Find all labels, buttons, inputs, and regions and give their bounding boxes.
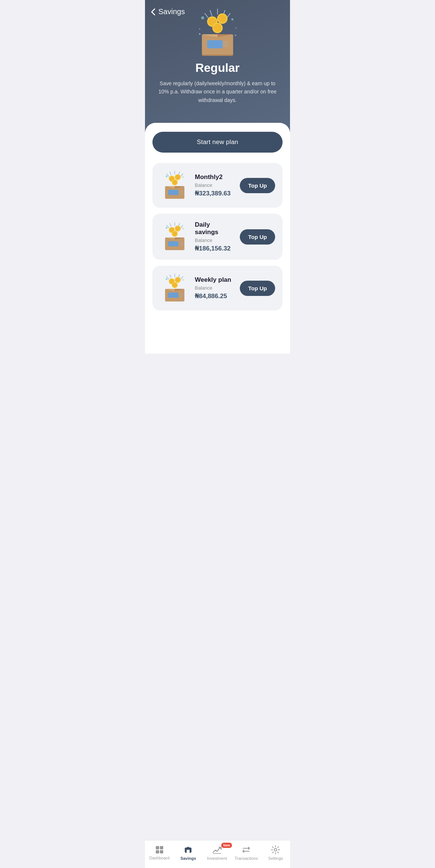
hero-subtitle: Save regularly (daily/weekly/monthly) & … bbox=[158, 79, 277, 104]
svg-point-1 bbox=[231, 18, 233, 20]
svg-point-16 bbox=[213, 24, 222, 32]
plan-info-weekly-plan: Weekly plan Balance ₦84,886.25 bbox=[195, 276, 235, 300]
svg-point-0 bbox=[201, 16, 204, 19]
plan-amount-daily-savings: ₦186,156.32 bbox=[195, 245, 235, 252]
svg-text:ⓘ: ⓘ bbox=[180, 293, 183, 297]
svg-line-27 bbox=[181, 174, 183, 176]
svg-line-59 bbox=[181, 277, 183, 279]
svg-rect-67 bbox=[168, 293, 178, 298]
svg-point-2 bbox=[235, 27, 237, 29]
plan-card-weekly-plan: ⓘ Weekly plan Balance ₦84,886.25 Top Up bbox=[152, 266, 283, 310]
svg-line-55 bbox=[170, 275, 171, 278]
plan-icon-monthly2: ⓘ bbox=[160, 170, 190, 200]
svg-point-63 bbox=[175, 278, 180, 282]
svg-line-43 bbox=[181, 225, 183, 228]
plan-amount-weekly-plan: ₦84,886.25 bbox=[195, 292, 235, 300]
back-label: Savings bbox=[158, 7, 185, 16]
back-button[interactable]: Savings bbox=[151, 7, 185, 16]
svg-rect-51 bbox=[168, 241, 178, 246]
hero-section: Savings ✦ ✦ ⓘ Regular bbox=[145, 0, 290, 134]
svg-point-3 bbox=[199, 28, 200, 30]
svg-point-33 bbox=[173, 180, 177, 185]
svg-point-54 bbox=[182, 279, 184, 281]
start-new-plan-button[interactable]: Start new plan bbox=[152, 132, 283, 153]
svg-line-7 bbox=[205, 13, 208, 18]
svg-point-14 bbox=[218, 15, 226, 23]
svg-point-22 bbox=[182, 176, 184, 178]
plan-name-weekly-plan: Weekly plan bbox=[195, 276, 235, 284]
plan-info-monthly2: Monthly2 Balance ₦323,389.63 bbox=[195, 173, 235, 197]
svg-line-23 bbox=[170, 172, 171, 175]
svg-point-38 bbox=[182, 228, 184, 229]
svg-rect-18 bbox=[207, 40, 223, 48]
svg-rect-35 bbox=[168, 190, 178, 195]
plan-card-monthly2: ⓘ Monthly2 Balance ₦323,389.63 Top Up bbox=[152, 163, 283, 208]
svg-text:ⓘ: ⓘ bbox=[180, 242, 183, 246]
hero-illustration: ✦ ✦ ⓘ bbox=[191, 7, 244, 60]
plan-name-daily-savings: Daily savings bbox=[195, 221, 235, 236]
plan-balance-label-weekly-plan: Balance bbox=[195, 285, 235, 291]
svg-point-47 bbox=[175, 226, 180, 231]
svg-text:ⓘ: ⓘ bbox=[180, 191, 183, 195]
svg-text:✦: ✦ bbox=[198, 32, 201, 36]
svg-line-39 bbox=[170, 223, 171, 226]
hero-title: Regular bbox=[152, 61, 283, 75]
plan-icon-daily-savings: ⓘ bbox=[160, 222, 190, 252]
svg-point-37 bbox=[166, 227, 168, 229]
plan-balance-label-monthly2: Balance bbox=[195, 182, 235, 188]
svg-line-6 bbox=[210, 10, 212, 16]
svg-text:✦: ✦ bbox=[234, 34, 237, 37]
plan-icon-weekly-plan: ⓘ bbox=[160, 273, 190, 303]
plan-name-monthly2: Monthly2 bbox=[195, 173, 235, 181]
topup-button-daily-savings[interactable]: Top Up bbox=[240, 229, 275, 245]
topup-button-monthly2[interactable]: Top Up bbox=[240, 178, 275, 193]
content-card: Start new plan bbox=[145, 123, 290, 354]
plan-amount-monthly2: ₦323,389.63 bbox=[195, 189, 235, 197]
svg-point-53 bbox=[166, 278, 168, 280]
plan-card-daily-savings: ⓘ Daily savings Balance ₦186,156.32 Top … bbox=[152, 214, 283, 260]
topup-button-weekly-plan[interactable]: Top Up bbox=[240, 281, 275, 296]
svg-point-65 bbox=[173, 283, 177, 287]
svg-point-21 bbox=[166, 176, 168, 178]
plan-info-daily-savings: Daily savings Balance ₦186,156.32 bbox=[195, 221, 235, 252]
svg-text:ⓘ: ⓘ bbox=[223, 41, 228, 47]
plans-list: ⓘ Monthly2 Balance ₦323,389.63 Top Up bbox=[152, 163, 283, 310]
plan-balance-label-daily-savings: Balance bbox=[195, 237, 235, 243]
svg-point-31 bbox=[175, 175, 180, 179]
svg-point-49 bbox=[173, 232, 177, 236]
